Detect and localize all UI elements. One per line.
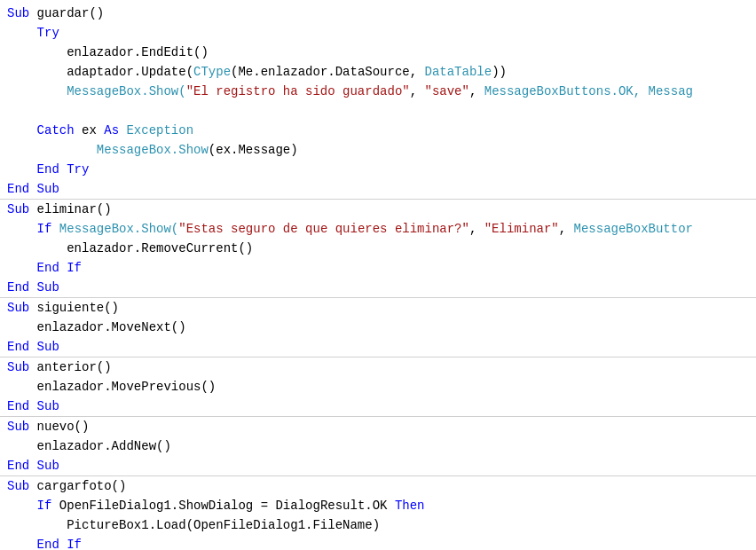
code-token	[7, 82, 67, 101]
code-token: MessageBox.Show(	[59, 219, 178, 239]
code-token: If	[37, 219, 59, 239]
code-token	[7, 496, 37, 515]
code-token	[7, 23, 37, 43]
code-line: End If	[0, 258, 756, 278]
code-line: If OpenFileDialog1.ShowDialog = DialogRe…	[0, 496, 756, 515]
code-line: MessageBox.Show("El registro ha sido gua…	[0, 82, 756, 101]
code-line: Try	[0, 23, 756, 43]
code-line: Sub guardar()	[0, 4, 756, 23]
code-token: enlazador.MoveNext()	[7, 318, 186, 337]
code-line: adaptador.Update(CType(Me.enlazador.Data…	[0, 62, 756, 82]
code-line: End Sub	[0, 397, 756, 416]
code-token: nuevo()	[37, 417, 90, 436]
code-token: Exception	[126, 121, 193, 140]
code-token: ))	[492, 62, 507, 82]
code-line: Sub eliminar()	[0, 200, 756, 219]
code-token: guardar()	[37, 4, 105, 23]
code-token: ,	[469, 219, 484, 239]
code-line: enlazador.AddNew()	[0, 436, 756, 456]
code-token	[7, 219, 37, 239]
code-line: Sub anterior()	[0, 358, 756, 377]
code-token: Sub	[7, 476, 37, 496]
code-line: End Try	[0, 160, 756, 179]
code-line: End Sub	[0, 179, 756, 199]
code-token: Sub	[7, 358, 37, 377]
code-token: MessageBoxButtons.OK, Messag	[484, 82, 693, 101]
code-token: End Sub	[7, 456, 59, 475]
code-token: enlazador.RemoveCurrent()	[7, 239, 253, 258]
code-token: "Estas seguro de que quieres eliminar?"	[178, 219, 469, 239]
code-token: End Sub	[7, 278, 59, 297]
code-token: ,	[469, 82, 484, 101]
code-token: anterior()	[37, 358, 112, 377]
code-token: enlazador.AddNew()	[7, 436, 171, 456]
code-token: "save"	[425, 82, 469, 101]
code-token: MessageBoxButtor	[574, 219, 693, 239]
code-token	[7, 535, 37, 550]
code-token: End Sub	[7, 179, 59, 199]
code-token: End Try	[37, 160, 90, 179]
code-token: OpenFileDialog1.ShowDialog = DialogResul…	[59, 496, 395, 515]
code-token: Sub	[7, 417, 37, 436]
code-token: adaptador.Update(	[7, 62, 193, 82]
code-token	[7, 258, 37, 278]
code-token: End Sub	[7, 397, 59, 416]
code-token	[7, 121, 37, 140]
code-line: End Sub	[0, 278, 756, 297]
code-token: Sub	[7, 200, 37, 219]
code-token: As	[104, 121, 119, 140]
code-token: siguiente()	[37, 298, 119, 318]
code-token: eliminar()	[37, 200, 112, 219]
code-token: enlazador.MovePrevious()	[7, 377, 216, 397]
code-line: enlazador.MoveNext()	[0, 318, 756, 337]
code-token: ,	[559, 219, 574, 239]
code-token: End Sub	[7, 337, 59, 357]
code-token: DataTable	[425, 62, 492, 82]
code-token: Then	[395, 496, 425, 515]
code-editor[interactable]: Sub guardar() Try enlazador.EndEdit() ad…	[0, 0, 756, 550]
code-line: PictureBox1.Load(OpenFileDialog1.FileNam…	[0, 515, 756, 535]
code-token: "El registro ha sido guardado"	[186, 82, 410, 101]
code-token: CType	[193, 62, 231, 82]
code-line: Sub cargarfoto()	[0, 476, 756, 496]
code-token: cargarfoto()	[37, 476, 127, 496]
code-token	[7, 140, 97, 160]
code-token: Catch	[37, 121, 75, 140]
code-line: enlazador.EndEdit()	[0, 43, 756, 62]
code-line: enlazador.MovePrevious()	[0, 377, 756, 397]
code-token: End If	[37, 258, 82, 278]
code-token: "Eliminar"	[484, 219, 559, 239]
code-line: End Sub	[0, 456, 756, 475]
code-token: Sub	[7, 298, 37, 318]
code-line	[0, 101, 756, 121]
code-token: (ex.Message)	[209, 140, 298, 160]
code-line: End Sub	[0, 337, 756, 357]
code-token	[119, 121, 126, 140]
code-token: Try	[37, 23, 59, 43]
code-token: Sub	[7, 4, 37, 23]
code-line: MessageBox.Show(ex.Message)	[0, 140, 756, 160]
code-line: Sub nuevo()	[0, 417, 756, 436]
code-token: If	[37, 496, 59, 515]
code-token: End If	[37, 535, 82, 550]
code-token	[7, 160, 37, 179]
code-line: Catch ex As Exception	[0, 121, 756, 140]
code-line: End If	[0, 535, 756, 550]
code-token: MessageBox.Show(	[67, 82, 185, 101]
code-line: If MessageBox.Show("Estas seguro de que …	[0, 219, 756, 239]
code-token: enlazador.EndEdit()	[7, 43, 209, 62]
code-token: ex	[75, 121, 105, 140]
code-token: (Me.enlazador.DataSource,	[231, 62, 424, 82]
code-token: MessageBox.Show	[97, 140, 209, 160]
code-line: Sub siguiente()	[0, 298, 756, 318]
code-line: enlazador.RemoveCurrent()	[0, 239, 756, 258]
code-token: ,	[410, 82, 425, 101]
code-token: PictureBox1.Load(OpenFileDialog1.FileNam…	[7, 515, 380, 535]
